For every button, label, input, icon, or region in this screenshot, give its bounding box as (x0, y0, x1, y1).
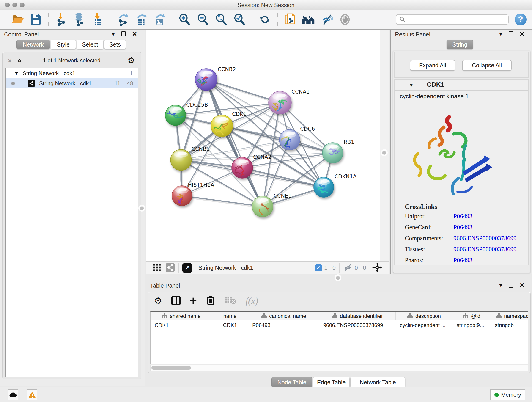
zoom-selected-icon[interactable] (233, 13, 246, 26)
column-header-description[interactable]: description (396, 312, 452, 320)
tab-node-table[interactable]: Node Table (272, 377, 312, 388)
cdk1-expand-caret-icon[interactable]: ▼ (409, 82, 414, 88)
tab-string[interactable]: String (447, 40, 473, 49)
table-panel-float-icon[interactable] (509, 283, 513, 288)
detach-view-icon[interactable]: ↗ (182, 263, 192, 273)
tab-style[interactable]: Style (51, 40, 76, 49)
network-node-CCNA2[interactable] (232, 157, 253, 178)
column-header-name[interactable]: name (212, 312, 248, 320)
clone-network-icon[interactable] (283, 13, 297, 26)
zoom-out-icon[interactable] (196, 13, 210, 26)
show-columns-icon[interactable] (171, 296, 181, 305)
network-row-selected[interactable]: String Network - cdk1 11 48 (6, 78, 138, 89)
network-current-dot-icon (11, 82, 15, 85)
import-table-file-icon[interactable] (91, 13, 104, 26)
import-network-database-icon[interactable] (73, 13, 86, 26)
help-icon[interactable]: ? (515, 13, 526, 26)
table-cell[interactable]: stringdb (491, 320, 528, 330)
tab-sets[interactable]: Sets (104, 40, 126, 49)
results-panel-menu-caret-icon[interactable]: ▾ (499, 31, 502, 37)
export-image-icon[interactable] (153, 13, 166, 26)
table-cell[interactable]: stringdb:9... (452, 320, 491, 330)
table-row[interactable]: CDK1CDK1P064939606.ENSP00000378699cyclin… (151, 320, 528, 330)
network-node-CCNB2[interactable] (195, 69, 217, 90)
right-splitter[interactable] (380, 30, 389, 261)
export-table-icon[interactable] (134, 13, 148, 26)
network-options-gear-icon[interactable]: ⚙ (128, 56, 135, 65)
crosslink-link[interactable]: P06493 (453, 257, 472, 264)
network-share-view-icon[interactable] (166, 263, 175, 273)
column-header--id[interactable]: @id (452, 312, 491, 320)
table-panel-close-icon[interactable]: × (520, 282, 524, 288)
table-cell[interactable]: cyclin-dependent ... (396, 320, 452, 330)
tab-network[interactable]: Network (17, 40, 50, 49)
network-node-CCNE1[interactable] (252, 196, 273, 221)
toolbar-separator (277, 13, 278, 26)
zoom-in-icon[interactable] (178, 13, 191, 26)
left-splitter-handle[interactable] (140, 206, 144, 210)
collapse-all-button[interactable]: Collapse All (462, 60, 512, 71)
table-cell[interactable]: 9606.ENSP00000378699 (319, 320, 396, 330)
network-node-CCNA1[interactable] (268, 91, 291, 119)
results-panel-close-icon[interactable]: × (520, 31, 524, 37)
cloud-status-button[interactable] (7, 389, 18, 400)
column-header-database-identifier[interactable]: database identifier (319, 312, 396, 320)
control-panel-close-icon[interactable]: × (132, 31, 137, 37)
crosslink-link[interactable]: P06493 (453, 213, 472, 220)
network-node-RB1[interactable] (322, 143, 343, 163)
column-header-canonical-name[interactable]: canonical name (248, 312, 319, 320)
open-session-icon[interactable] (11, 13, 24, 26)
hidden-elements-eye-icon[interactable] (343, 264, 352, 272)
crosslink-link[interactable]: P06493 (453, 224, 472, 231)
import-network-file-icon[interactable] (54, 13, 68, 26)
delete-column-trash-icon[interactable] (206, 295, 215, 306)
network-node-CDKN1A[interactable] (314, 177, 334, 197)
crosslink-link[interactable]: 9606.ENSP00000378699 (453, 235, 516, 242)
node-label-CCNA1: CCNA1 (291, 89, 310, 95)
control-panel-float-icon[interactable] (121, 32, 126, 36)
memory-button[interactable]: Memory (490, 389, 525, 400)
column-header-shared-name[interactable]: shared name (151, 312, 212, 320)
network-tree: ▼ String Network - cdk1 1 String Network… (5, 68, 138, 377)
table-cell[interactable]: CDK1 (212, 320, 248, 330)
selected-nodes-checkbox-icon[interactable]: ✓ (315, 264, 322, 271)
scrollbar-thumb[interactable] (152, 366, 191, 370)
column-header-namespace[interactable]: namespace (491, 312, 528, 320)
table-panel-menu-caret-icon[interactable]: ▾ (499, 282, 502, 288)
tab-select[interactable]: Select (76, 40, 104, 49)
network-collection-row[interactable]: ▼ String Network - cdk1 1 (6, 68, 138, 78)
table-settings-gear-icon[interactable]: ⚙ (154, 295, 162, 306)
table-cell[interactable]: P06493 (248, 320, 319, 330)
toolbar-search-field[interactable] (396, 14, 509, 25)
control-panel-menu-caret-icon[interactable]: ▾ (112, 31, 115, 37)
export-network-icon[interactable] (116, 13, 129, 26)
crosslink-link[interactable]: 9606.ENSP00000378699 (453, 246, 516, 253)
search-input[interactable] (406, 16, 502, 23)
right-splitter-handle[interactable] (382, 151, 386, 155)
pan-crosshair-icon[interactable] (372, 262, 382, 274)
zoom-fit-icon[interactable] (215, 13, 228, 26)
add-column-icon[interactable]: + (190, 296, 197, 306)
refresh-layout-icon[interactable] (258, 13, 272, 26)
table-cell[interactable]: CDK1 (151, 320, 212, 330)
network-canvas[interactable]: CCNB2CCNA1CDC25BCDK1CDC6RB1CCNB1CCNA2CDK… (146, 30, 380, 261)
tab-edge-table[interactable]: Edge Table (313, 377, 350, 388)
first-neighbors-houses-icon[interactable] (302, 13, 315, 26)
network-node-CDC6[interactable] (279, 129, 300, 150)
network-graph[interactable]: CCNB2CCNA1CDC25BCDK1CDC6RB1CCNB1CCNA2CDK… (146, 30, 380, 261)
collection-expand-caret-icon[interactable]: ▼ (14, 70, 19, 76)
save-session-icon[interactable] (29, 13, 42, 26)
horizontal-splitter-handle[interactable] (336, 276, 340, 280)
network-node-HIST1H1A[interactable] (172, 186, 192, 208)
expand-all-button[interactable]: Expand All (410, 60, 455, 71)
cdk1-section-header[interactable]: ▼ CDK1 (395, 80, 528, 90)
results-panel-float-icon[interactable] (509, 32, 513, 36)
warnings-button[interactable] (27, 389, 37, 400)
bird-view-orb-icon[interactable] (338, 13, 352, 26)
show-hide-eye-icon[interactable] (320, 13, 333, 26)
tab-network-table[interactable]: Network Table (350, 377, 405, 388)
network-node-CCNB1[interactable] (171, 149, 191, 171)
node-table[interactable]: shared namenamecanonical namedatabase id… (150, 311, 528, 364)
table-horizontal-scrollbar[interactable] (150, 365, 528, 371)
network-grid-view-icon[interactable] (152, 263, 161, 273)
